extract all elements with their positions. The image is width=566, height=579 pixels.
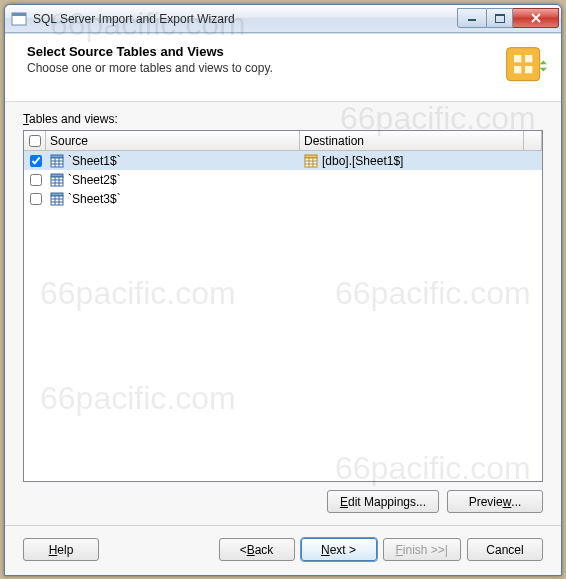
edit-mappings-button[interactable]: Edit Mappings...	[327, 490, 439, 513]
table-row[interactable]: `Sheet2$`	[24, 170, 542, 189]
destination-cell[interactable]: [dbo].[Sheet1$]	[300, 151, 542, 170]
row-checkbox-cell[interactable]	[24, 151, 46, 170]
col-header-source[interactable]: Source	[46, 131, 300, 150]
source-name: `Sheet2$`	[68, 173, 121, 187]
close-button[interactable]	[513, 8, 559, 28]
row-checkbox[interactable]	[30, 193, 42, 205]
table-row[interactable]: `Sheet1$`[dbo].[Sheet1$]	[24, 151, 542, 170]
destination-name: [dbo].[Sheet1$]	[322, 154, 403, 168]
svg-rect-9	[525, 66, 532, 73]
minimize-button[interactable]	[457, 8, 487, 28]
svg-rect-11	[51, 158, 63, 167]
grid-body[interactable]: `Sheet1$`[dbo].[Sheet1$]`Sheet2$``Sheet3…	[24, 151, 542, 481]
source-name: `Sheet3$`	[68, 192, 121, 206]
svg-rect-4	[495, 14, 505, 16]
maximize-button[interactable]	[487, 8, 513, 28]
col-header-destination[interactable]: Destination	[300, 131, 524, 150]
wizard-header: Select Source Tables and Views Choose on…	[5, 34, 561, 102]
source-cell[interactable]: `Sheet2$`	[46, 170, 300, 189]
destination-cell[interactable]	[300, 170, 542, 189]
row-checkbox[interactable]	[30, 155, 42, 167]
row-checkbox[interactable]	[30, 174, 42, 186]
client-area: Select Source Tables and Views Choose on…	[5, 33, 561, 575]
window-title: SQL Server Import and Export Wizard	[33, 12, 457, 26]
wizard-footer: Help < Back Next > Finish >>| Cancel	[5, 534, 561, 575]
preview-button[interactable]: Preview...	[447, 490, 543, 513]
source-cell[interactable]: `Sheet3$`	[46, 189, 300, 208]
page-title: Select Source Tables and Views	[27, 44, 273, 59]
select-all-checkbox[interactable]	[29, 135, 41, 147]
svg-rect-8	[514, 66, 521, 73]
col-header-checkbox[interactable]	[24, 131, 46, 150]
row-checkbox-cell[interactable]	[24, 189, 46, 208]
row-checkbox-cell[interactable]	[24, 170, 46, 189]
grid-label: Tables and views:	[23, 112, 543, 126]
svg-rect-2	[468, 19, 476, 21]
svg-rect-5	[507, 48, 540, 81]
destination-cell[interactable]	[300, 189, 542, 208]
page-subtitle: Choose one or more tables and views to c…	[27, 61, 273, 75]
svg-rect-1	[12, 13, 26, 16]
wizard-window: SQL Server Import and Export Wizard Sele…	[4, 4, 562, 576]
header-icon	[503, 44, 547, 91]
next-button[interactable]: Next >	[301, 538, 377, 561]
svg-rect-29	[51, 196, 63, 205]
svg-rect-17	[305, 158, 317, 167]
svg-rect-23	[51, 177, 63, 186]
back-button[interactable]: < Back	[219, 538, 295, 561]
tables-grid[interactable]: Source Destination `Sheet1$`[dbo].[Sheet…	[23, 130, 543, 482]
help-button[interactable]: Help	[23, 538, 99, 561]
grid-header: Source Destination	[24, 131, 542, 151]
app-icon	[11, 11, 27, 27]
cancel-button[interactable]: Cancel	[467, 538, 543, 561]
source-cell[interactable]: `Sheet1$`	[46, 151, 300, 170]
svg-rect-7	[525, 55, 532, 62]
svg-rect-6	[514, 55, 521, 62]
finish-button[interactable]: Finish >>|	[383, 538, 462, 561]
titlebar[interactable]: SQL Server Import and Export Wizard	[5, 5, 561, 33]
source-name: `Sheet1$`	[68, 154, 121, 168]
table-row[interactable]: `Sheet3$`	[24, 189, 542, 208]
footer-separator	[5, 525, 561, 526]
